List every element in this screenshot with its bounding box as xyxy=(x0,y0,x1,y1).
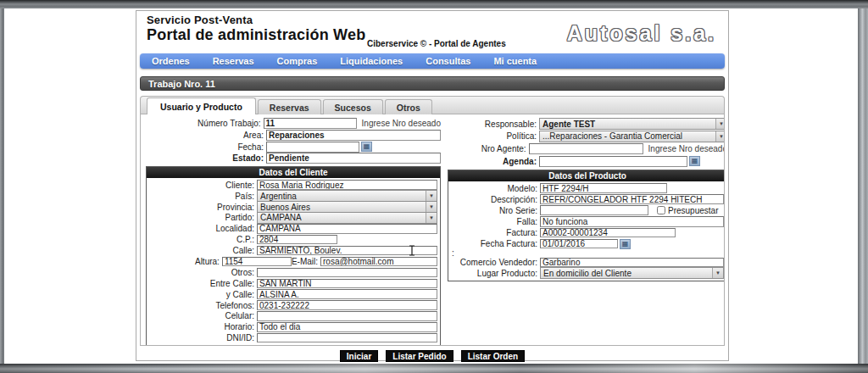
field-label: Responsable: xyxy=(448,120,539,129)
field-cliente: Cliente: xyxy=(148,180,437,190)
field-lugar-producto: Lugar Producto: En domicilio del Cliente… xyxy=(450,268,724,278)
horario-input[interactable] xyxy=(257,322,437,332)
field-celular: Celular: xyxy=(148,311,437,321)
field-falla: Falla: xyxy=(450,216,724,227)
factura-input[interactable] xyxy=(540,228,676,238)
politica-select[interactable]: ...Reparaciones - Garantia Comercial ▼ xyxy=(539,131,725,142)
tab-strip: Usuario y Producto Reservas Sucesos Otro… xyxy=(140,96,725,114)
nav-item-ordenes[interactable]: Ordenes xyxy=(152,56,190,66)
field-label: Otros: xyxy=(148,268,257,277)
agenda-input[interactable] xyxy=(539,156,687,167)
action-bar: Iniciar Listar Pedido Listar Orden xyxy=(136,350,728,362)
field-entre-calle: Entre Calle: xyxy=(148,278,437,288)
field-nro-serie: Nro Serie: Presupuestar xyxy=(450,205,724,215)
localidad-input[interactable] xyxy=(257,224,437,234)
client-box-header: Datos del Cliente xyxy=(147,167,440,178)
main-nav: Ordenes Reservas Compras Liquidaciones C… xyxy=(140,53,725,69)
stray-colon: : xyxy=(450,249,724,256)
calendar-button[interactable]: ▦ xyxy=(620,239,631,249)
nav-item-liquidaciones[interactable]: Liquidaciones xyxy=(340,56,403,66)
field-label: Partido: xyxy=(148,213,257,222)
nav-item-reservas[interactable]: Reservas xyxy=(213,56,254,66)
responsable-select[interactable]: Agente TEST ▼ xyxy=(539,118,725,130)
nav-item-compras[interactable]: Compras xyxy=(277,56,318,66)
field-cp: C.P.: xyxy=(148,235,437,245)
email-input[interactable] xyxy=(320,257,437,267)
hint-text: Ingrese Nro deseado xyxy=(648,144,725,153)
partido-select[interactable]: CAMPANA ▼ xyxy=(257,212,437,224)
nro-serie-input[interactable] xyxy=(540,205,648,215)
estado-input[interactable] xyxy=(266,153,441,164)
field-label: y Calle: xyxy=(148,290,257,299)
field-provincia: Provincia: Buenos Aires ▼ xyxy=(148,202,437,212)
field-label: Fecha: xyxy=(146,142,266,152)
nav-item-consultas[interactable]: Consultas xyxy=(426,56,470,66)
field-estado: Estado: xyxy=(146,153,441,164)
cliente-input[interactable] xyxy=(257,180,437,190)
iniciar-button[interactable]: Iniciar xyxy=(340,350,378,362)
tab-sucesos[interactable]: Sucesos xyxy=(323,99,383,114)
product-box: Datos del Producto Modelo: Descripción: … xyxy=(448,170,725,281)
client-box: Datos del Cliente Cliente: País: Argenti… xyxy=(146,166,441,346)
fecha-input[interactable] xyxy=(266,142,359,153)
otros-input[interactable] xyxy=(257,268,437,278)
tab-usuario-y-producto[interactable]: Usuario y Producto xyxy=(147,97,256,114)
field-label: Telefonos: xyxy=(148,301,257,310)
field-fecha-factura: Fecha Factura: ▦ xyxy=(450,239,724,249)
dni-input[interactable] xyxy=(257,333,437,343)
field-dni: DNI/ID: xyxy=(148,333,437,343)
falla-textarea[interactable] xyxy=(540,216,724,227)
metal-frame-bottom xyxy=(0,364,868,373)
tab-otros[interactable]: Otros xyxy=(385,99,432,114)
field-label: Comercio Vendedor: xyxy=(450,258,540,267)
field-area: Area: xyxy=(146,130,441,141)
nro-agente-input[interactable] xyxy=(529,143,643,154)
portal-header: Servicio Post-Venta Portal de administra… xyxy=(136,11,728,52)
field-nro-agente: Nro Agente: Ingrese Nro deseado xyxy=(448,143,725,155)
field-label: Descripción: xyxy=(450,195,540,204)
altura-input[interactable] xyxy=(222,257,292,267)
field-label: Calle: xyxy=(148,246,257,255)
field-label: Entre Calle: xyxy=(148,279,257,288)
comercio-vendedor-input[interactable] xyxy=(540,258,724,268)
listar-pedido-button[interactable]: Listar Pedido xyxy=(386,350,453,362)
field-horario: Horario: xyxy=(148,322,437,332)
descripcion-input[interactable] xyxy=(540,194,724,204)
lugar-producto-select[interactable]: En domicilio del Cliente ▼ xyxy=(540,267,724,279)
portal-window: Servicio Post-Venta Portal de administra… xyxy=(136,10,729,361)
field-descripcion: Descripción: xyxy=(450,194,724,204)
metal-frame-top xyxy=(0,0,868,8)
field-label: Lugar Producto: xyxy=(450,269,540,278)
field-pais: País: Argentina ▼ xyxy=(148,191,437,201)
listar-orden-button[interactable]: Listar Orden xyxy=(461,350,525,362)
numero-trabajo-input[interactable] xyxy=(264,118,357,129)
field-modelo: Modelo: xyxy=(450,183,724,193)
entre-calle-input[interactable] xyxy=(257,279,437,289)
field-politica: Política: ...Reparaciones - Garantia Com… xyxy=(448,131,725,142)
fecha-factura-input[interactable] xyxy=(540,239,618,249)
field-label: País: xyxy=(148,192,257,201)
area-input[interactable] xyxy=(266,130,441,141)
field-label: Area: xyxy=(146,131,266,140)
field-label: C.P.: xyxy=(148,235,257,244)
provincia-select[interactable]: Buenos Aires ▼ xyxy=(257,201,437,213)
telefonos-input[interactable] xyxy=(257,300,437,310)
modelo-input[interactable] xyxy=(540,183,667,193)
calendar-button[interactable]: ▦ xyxy=(361,142,372,152)
dropdown-arrow-icon: ▼ xyxy=(712,268,723,278)
tab-reservas[interactable]: Reservas xyxy=(258,99,321,114)
celular-input[interactable] xyxy=(257,311,437,321)
cp-input[interactable] xyxy=(257,235,337,245)
presupuestar-checkbox[interactable] xyxy=(657,206,665,214)
field-label: E-Mail: xyxy=(292,257,320,266)
y-calle-input[interactable] xyxy=(257,289,437,299)
field-altura-email: Altura: E-Mail: xyxy=(148,256,437,266)
calendar-button[interactable]: ▦ xyxy=(689,156,700,166)
dropdown-arrow-icon: ▼ xyxy=(426,213,437,223)
nav-item-mi-cuenta[interactable]: Mi cuenta xyxy=(493,56,537,66)
field-localidad: Localidad: xyxy=(148,224,437,234)
dropdown-arrow-icon: ▼ xyxy=(426,191,437,201)
pais-select[interactable]: Argentina ▼ xyxy=(257,190,437,202)
metal-frame-left xyxy=(0,8,4,364)
field-y-calle: y Calle: xyxy=(148,289,437,299)
